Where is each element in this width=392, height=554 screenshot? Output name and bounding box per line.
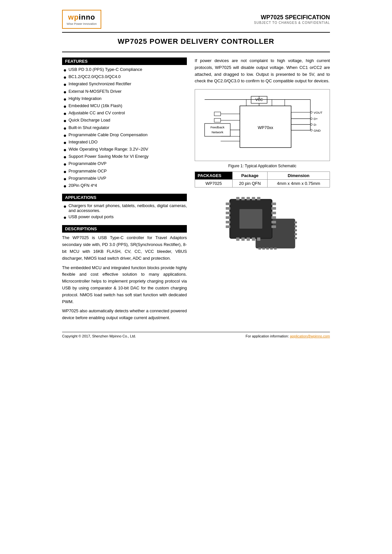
bullet-icon: ● [63, 132, 67, 138]
col-package: Package [232, 172, 267, 180]
svg-text:D-: D- [314, 123, 317, 126]
svg-point-19 [310, 129, 312, 131]
svg-rect-28 [214, 119, 221, 122]
applications-list: ●Chargers for smart phones, tablets, net… [62, 203, 187, 220]
bullet-icon: ● [63, 74, 67, 80]
circuit-svg: WP70xx VCC Feedback Network VOUT D+ [195, 90, 330, 161]
page-title: WP7025 POWER DELIVERY CONTROLLER [62, 37, 330, 46]
svg-rect-42 [262, 248, 265, 250]
bullet-icon: ● [63, 125, 67, 131]
contact-email[interactable]: application@wpinno.com [290, 334, 330, 338]
list-item: ●Embedded MCU (16k Flash) [63, 103, 187, 109]
logo-box: wpinno Wise Power Innovation [62, 10, 101, 29]
svg-rect-68 [271, 221, 276, 223]
right-column: If power devices are not complaint to hi… [195, 57, 330, 324]
svg-rect-45 [274, 248, 277, 250]
bullet-icon: ● [63, 103, 67, 109]
list-item: ●Support Power Saving Mode for VI Energy [63, 154, 187, 160]
svg-point-13 [310, 118, 312, 120]
bullet-icon: ● [63, 139, 67, 146]
svg-text:VOUT: VOUT [314, 111, 322, 114]
figure-caption: Figure 1: Typical Application Schematic [195, 164, 330, 168]
list-item: ●20Pin QFN 4*4 [63, 183, 187, 189]
bullet-icon: ● [63, 147, 67, 153]
svg-rect-62 [226, 221, 230, 223]
svg-rect-43 [266, 248, 269, 250]
svg-rect-58 [226, 203, 230, 205]
list-item: ●Chargers for smart phones, tablets, net… [63, 203, 187, 213]
svg-rect-56 [252, 237, 255, 241]
list-item: ●Adjustable CC and CV control [63, 110, 187, 117]
list-item: ●Programmable Cable Drop Compensation [63, 132, 187, 138]
svg-rect-65 [271, 207, 276, 210]
content-area: FEATURES ●USB PD 3.0 (PPS) Type-C Compli… [62, 57, 330, 324]
desc-para-1: The WP7025 is USB Type-C controller for … [62, 235, 187, 262]
list-item: ●Integrated LDO [63, 139, 187, 146]
svg-text:D+: D+ [314, 117, 318, 121]
svg-point-16 [310, 123, 312, 125]
packages-table: PACKAGES Package Dimension WP7025 20 pin… [195, 171, 330, 187]
chip-image [195, 193, 330, 252]
svg-rect-48 [236, 197, 239, 200]
svg-rect-51 [252, 197, 255, 200]
bullet-icon: ● [63, 96, 67, 102]
svg-rect-27 [214, 112, 221, 116]
svg-rect-41 [258, 248, 261, 250]
packages-label: PACKAGES [195, 172, 233, 180]
svg-rect-66 [271, 212, 276, 214]
bullet-icon: ● [63, 110, 67, 117]
pkg-part: WP7025 [195, 180, 233, 187]
svg-rect-60 [226, 212, 230, 214]
packages-header-row: PACKAGES Package Dimension [195, 172, 330, 180]
svg-rect-69 [271, 225, 276, 228]
header-divider [62, 32, 330, 33]
pkg-dimension: 4mm x 4mm x 0.75mm [267, 180, 330, 187]
list-item: ●BC1.2/QC2.0/QC3.0/QC4.0 [63, 74, 187, 80]
svg-rect-63 [226, 225, 230, 228]
svg-rect-67 [271, 216, 276, 219]
svg-rect-49 [241, 197, 245, 200]
col-dimension: Dimension [267, 172, 330, 180]
bullet-icon: ● [63, 118, 67, 124]
bullet-icon: ● [63, 203, 67, 209]
bullet-icon: ● [63, 176, 67, 182]
svg-rect-47 [239, 209, 262, 229]
svg-rect-38 [294, 229, 297, 231]
bullet-icon: ● [63, 67, 67, 73]
svg-rect-40 [294, 237, 297, 239]
list-item: ●Quick Discharge Load [63, 118, 187, 124]
header-right: WP7025 SPECIFICATION SUBJECT TO CHANGES … [254, 14, 330, 24]
svg-rect-64 [271, 203, 276, 205]
svg-rect-55 [247, 237, 250, 241]
list-item: ●Programmable OCP [63, 169, 187, 175]
svg-rect-44 [270, 248, 273, 250]
left-column: FEATURES ●USB PD 3.0 (PPS) Type-C Compli… [62, 57, 187, 324]
title-divider [62, 52, 330, 52]
list-item: ●USB power output ports [63, 214, 187, 220]
list-item: ●USB PD 3.0 (PPS) Type-C Compliance [63, 67, 187, 73]
svg-text:Network: Network [212, 130, 223, 134]
list-item: ●Built-in Shut regulator [63, 125, 187, 131]
svg-rect-39 [294, 233, 297, 235]
packages-data-row: WP7025 20 pin QFN 4mm x 4mm x 0.75mm [195, 180, 330, 187]
chip-svg [220, 193, 305, 252]
right-text: If power devices are not complaint to hi… [195, 57, 330, 85]
applications-header: APPLICATIONS [62, 194, 187, 201]
list-item: ●Integrated Synchronized Rectifier [63, 81, 187, 88]
bullet-icon: ● [63, 183, 67, 189]
svg-point-10 [310, 111, 312, 113]
spec-sub: SUBJECT TO CHANGES & CONFIDENTIAL [254, 21, 330, 24]
spec-title: WP7025 SPECIFICATION [254, 14, 330, 21]
svg-rect-57 [257, 237, 260, 241]
page-footer: Copyright © 2017, Shenzhen Wpinno Co., L… [62, 332, 330, 338]
pkg-package: 20 pin QFN [232, 180, 267, 187]
svg-rect-52 [257, 197, 260, 200]
list-item: ●Programmable OVP [63, 161, 187, 167]
bullet-icon: ● [63, 154, 67, 160]
svg-text:Feedback: Feedback [210, 125, 224, 129]
descriptions-header: DESCRIPTIONS [62, 225, 187, 233]
svg-rect-50 [247, 197, 250, 200]
svg-rect-59 [226, 207, 230, 210]
svg-text:GND: GND [314, 129, 321, 132]
bullet-icon: ● [63, 214, 67, 220]
